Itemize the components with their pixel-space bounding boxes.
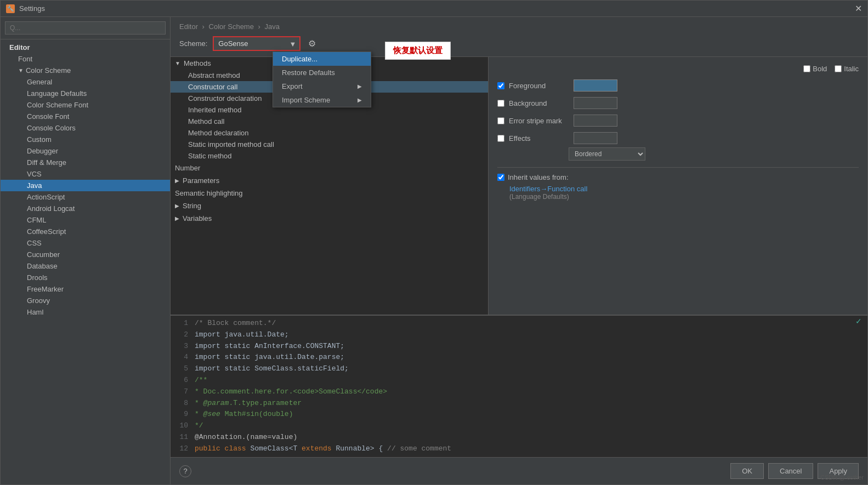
error-stripe-label: Error stripe mark	[509, 117, 569, 125]
foreground-color-box[interactable]	[574, 79, 617, 92]
parameters-expand-icon: ▶	[175, 178, 179, 184]
sidebar-item-actionscript[interactable]: ActionScript	[1, 191, 170, 203]
sidebar-tree: Editor Font ▼ Color Scheme General Langu…	[1, 39, 170, 484]
background-row: Background	[497, 97, 859, 109]
sidebar-item-color-scheme-font[interactable]: Color Scheme Font	[1, 99, 170, 111]
sidebar-item-cucumber[interactable]: Cucumber	[1, 249, 170, 260]
methods-expand-icon: ▼	[175, 60, 180, 66]
export-arrow-icon: ▶	[358, 83, 362, 89]
code-line-12: 12 public class SomeClass<T extends Runn…	[175, 443, 863, 455]
sidebar-item-vcs[interactable]: VCS	[1, 168, 170, 180]
import-arrow-icon: ▶	[358, 97, 362, 103]
foreground-checkbox[interactable]	[497, 82, 504, 89]
sidebar-item-console-font[interactable]: Console Font	[1, 111, 170, 122]
error-stripe-checkbox[interactable]	[497, 117, 504, 124]
code-line-1: 1 /* Block comment.*/	[175, 318, 863, 329]
dropdown-item-export[interactable]: Export ▶	[273, 79, 371, 93]
dropdown-menu: Duplicate... Restore Defaults Export ▶ I…	[273, 52, 371, 107]
italic-label: Italic	[835, 65, 859, 73]
tp-item-number[interactable]: Number	[171, 162, 488, 174]
dropdown-item-restore-defaults[interactable]: Restore Defaults	[273, 66, 371, 79]
sidebar-item-coffeescript[interactable]: CoffeeScript	[1, 226, 170, 237]
sidebar-item-diff-merge[interactable]: Diff & Merge	[1, 157, 170, 168]
sidebar-item-editor[interactable]: Editor	[1, 42, 170, 53]
code-line-10: 10 */	[175, 420, 863, 432]
sidebar-item-general[interactable]: General	[1, 76, 170, 88]
sidebar-search-area	[1, 17, 170, 39]
tp-item-method-declaration[interactable]: Method declaration	[171, 127, 488, 139]
error-stripe-row: Error stripe mark	[497, 115, 859, 127]
sidebar-item-css[interactable]: CSS	[1, 237, 170, 249]
sidebar-item-groovy[interactable]: Groovy	[1, 295, 170, 306]
breadcrumb-sep2: ›	[258, 22, 263, 31]
variables-label: Variables	[183, 214, 212, 222]
effects-checkbox[interactable]	[497, 135, 504, 142]
ok-button[interactable]: OK	[730, 463, 764, 479]
tp-item-static-imported-method-call[interactable]: Static imported method call	[171, 139, 488, 150]
sidebar-item-freemarker[interactable]: FreeMarker	[1, 283, 170, 295]
title-bar: 🔧 Settings ✕	[1, 1, 867, 17]
watermark: CSDN @ esther	[820, 474, 864, 481]
divider	[497, 167, 859, 168]
variables-expand-icon: ▶	[175, 215, 179, 221]
main-content: Editor Font ▼ Color Scheme General Langu…	[1, 17, 867, 484]
breadcrumb-sep1: ›	[202, 22, 207, 31]
sidebar-item-color-scheme[interactable]: ▼ Color Scheme	[1, 65, 170, 76]
sidebar: Editor Font ▼ Color Scheme General Langu…	[1, 17, 171, 484]
scheme-row: Scheme: GoSense Default Darcula High Con…	[179, 36, 859, 51]
sidebar-item-cfml[interactable]: CFML	[1, 214, 170, 226]
tp-item-method-call[interactable]: Method call	[171, 116, 488, 127]
search-input[interactable]	[5, 21, 166, 35]
sidebar-item-database[interactable]: Database	[1, 260, 170, 272]
settings-window: 🔧 Settings ✕ Editor Font ▼ Color Scheme …	[0, 0, 868, 485]
dropdown-item-import-scheme[interactable]: Import Scheme ▶	[273, 93, 371, 107]
effects-select[interactable]: Bordered Underscored Bold underscored Un…	[569, 147, 645, 161]
sidebar-item-debugger[interactable]: Debugger	[1, 145, 170, 157]
foreground-label: Foreground	[509, 82, 569, 90]
sidebar-item-console-colors[interactable]: Console Colors	[1, 122, 170, 134]
dropdown-item-duplicate[interactable]: Duplicate...	[273, 52, 371, 66]
error-stripe-color-box[interactable]	[574, 115, 617, 127]
sidebar-item-drools[interactable]: Drools	[1, 272, 170, 283]
italic-checkbox[interactable]	[835, 65, 842, 72]
tp-item-variables[interactable]: ▶ Variables	[171, 212, 488, 225]
sidebar-item-custom[interactable]: Custom	[1, 134, 170, 145]
close-button[interactable]: ✕	[855, 3, 862, 14]
footer: ? OK Cancel Apply	[171, 457, 867, 484]
code-line-7: 7 * Doc.comment.here.for.<code>SomeClass…	[175, 386, 863, 398]
chevron-down-icon: ▼	[18, 67, 24, 73]
parameters-label: Parameters	[183, 176, 219, 185]
scheme-label: Scheme:	[179, 39, 207, 48]
preview-checkmark-icon: ✓	[855, 317, 862, 326]
gear-button[interactable]: ⚙	[306, 37, 318, 50]
scheme-select[interactable]: GoSense Default Darcula High Contrast	[213, 36, 300, 51]
background-checkbox[interactable]	[497, 100, 504, 107]
breadcrumb-java: Java	[265, 22, 280, 31]
import-scheme-label: Import Scheme	[282, 96, 330, 104]
sidebar-item-java[interactable]: Java	[1, 180, 170, 191]
bold-label: Bold	[803, 65, 827, 73]
tp-item-string[interactable]: ▶ String	[171, 199, 488, 212]
code-line-11: 11 @Annotation.(name=value)	[175, 432, 863, 443]
cancel-button[interactable]: Cancel	[768, 463, 813, 479]
inherit-label: Inherit values from:	[508, 173, 569, 181]
effects-color-box[interactable]	[574, 132, 617, 144]
main-panel: Editor › Color Scheme › Java Scheme: GoS…	[171, 17, 867, 484]
export-label: Export	[282, 82, 303, 90]
code-line-5: 5 import static SomeClass.staticField;	[175, 363, 863, 375]
sidebar-item-language-defaults[interactable]: Language Defaults	[1, 88, 170, 99]
background-color-box[interactable]	[574, 97, 617, 109]
tp-item-parameters[interactable]: ▶ Parameters	[171, 174, 488, 187]
inherit-link[interactable]: Identifiers→Function call	[509, 185, 859, 193]
tp-item-static-method[interactable]: Static method	[171, 150, 488, 162]
bold-checkbox[interactable]	[803, 65, 810, 72]
inherit-checkbox[interactable]	[497, 174, 504, 181]
help-button[interactable]: ?	[179, 465, 191, 477]
sidebar-item-android-logcat[interactable]: Android Logcat	[1, 203, 170, 214]
italic-text: Italic	[844, 65, 859, 73]
effects-label: Effects	[509, 134, 569, 142]
sidebar-item-haml[interactable]: Haml	[1, 306, 170, 318]
tp-item-semantic-highlighting[interactable]: Semantic highlighting	[171, 187, 488, 199]
breadcrumb-editor: Editor	[179, 22, 198, 31]
sidebar-item-font[interactable]: Font	[1, 53, 170, 65]
